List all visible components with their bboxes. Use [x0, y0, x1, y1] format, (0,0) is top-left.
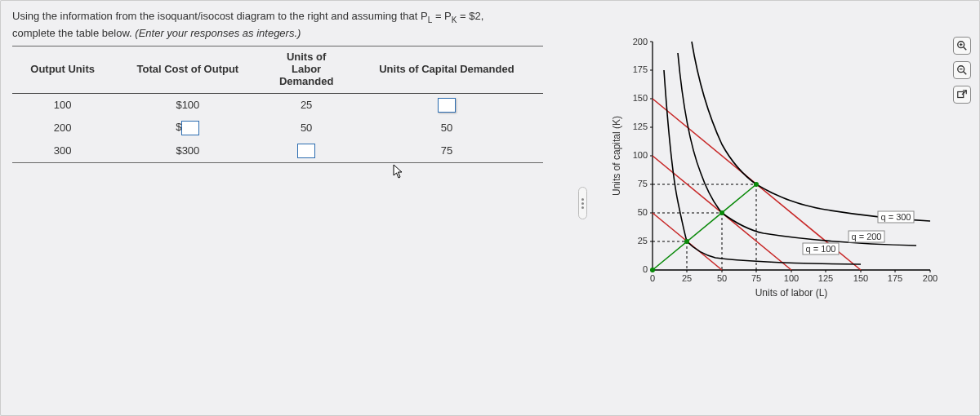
- question-card: Using the information from the isoquant/…: [0, 0, 980, 416]
- col-output: Output Units: [12, 46, 113, 93]
- col-labor-l3: Demanded: [279, 75, 333, 87]
- col-capital: Units of Capital Demanded: [350, 46, 543, 93]
- ytick: 175: [633, 64, 648, 74]
- xtick: 100: [784, 273, 799, 283]
- ytick: 100: [633, 150, 648, 160]
- label-q100: q = 100: [805, 244, 835, 254]
- tangency-point-300: [754, 182, 759, 187]
- labor-input-row3[interactable]: [297, 144, 315, 158]
- xtick: 0: [650, 273, 655, 283]
- cell-output: 200: [12, 117, 113, 139]
- zoom-in-button[interactable]: [953, 37, 971, 55]
- ytick: 25: [638, 236, 648, 246]
- cell-output: 100: [12, 93, 113, 117]
- prompt-line1a: Using the information from the isoquant/…: [12, 10, 428, 22]
- svg-line-37: [962, 91, 966, 95]
- zoom-out-button[interactable]: [953, 61, 971, 79]
- cost-input-row2[interactable]: [181, 121, 199, 135]
- ytick: 75: [638, 179, 648, 188]
- ytick: 125: [633, 122, 648, 131]
- cell-cost: $300: [113, 139, 262, 163]
- prompt-line1c: = $2,: [457, 10, 483, 22]
- table-row: 100 $100 25: [12, 93, 543, 117]
- popout-button[interactable]: [953, 86, 971, 104]
- col-labor: Units of Labor Demanded: [262, 46, 350, 93]
- capital-input-row1[interactable]: [438, 98, 456, 113]
- expansion-path: [653, 184, 756, 270]
- dollar-prefix: $: [176, 121, 181, 133]
- xtick: 50: [717, 273, 727, 283]
- tangency-point-100: [684, 239, 689, 244]
- chart-toolbar: [953, 37, 971, 104]
- y-axis-title: Units of capital (K): [611, 116, 622, 196]
- cell-output: 300: [12, 139, 113, 163]
- cell-cost: $: [113, 117, 262, 139]
- xtick: 200: [923, 273, 938, 283]
- cell-capital: 75: [350, 139, 543, 163]
- table-row: 200 $ 50 50: [12, 117, 543, 139]
- svg-line-34: [964, 72, 967, 75]
- tangency-point-200: [719, 210, 724, 215]
- prompt-line2a: complete the table below.: [12, 27, 135, 39]
- origin-point: [650, 268, 655, 272]
- panel-divider[interactable]: [574, 48, 590, 358]
- ytick: 200: [633, 37, 648, 46]
- cell-labor: 50: [262, 117, 350, 139]
- cell-cost: $100: [113, 93, 262, 117]
- xtick: 25: [682, 273, 692, 283]
- isoquant-chart: 0 25 50 75 100 125 150 175 200: [605, 35, 956, 304]
- prompt-line1b: = P: [432, 10, 452, 22]
- ytick: 0: [643, 264, 648, 274]
- cell-capital: 50: [350, 117, 543, 139]
- col-labor-l1: Units of: [287, 51, 326, 63]
- xtick: 125: [818, 273, 833, 283]
- zoom-out-icon: [956, 64, 968, 76]
- prompt-line2em: (Enter your responses as integers.): [135, 27, 301, 39]
- x-axis-title: Units of labor (L): [755, 287, 828, 299]
- label-q300: q = 300: [880, 212, 911, 222]
- cell-labor: [262, 139, 350, 163]
- isoquant-100: [664, 70, 861, 264]
- popout-icon: [956, 89, 968, 100]
- cell-capital: [350, 93, 543, 117]
- ytick: 50: [638, 207, 648, 217]
- svg-line-30: [964, 47, 967, 51]
- xtick: 150: [853, 273, 868, 283]
- table-row: 300 $300 75: [12, 139, 543, 163]
- cell-labor: 25: [262, 93, 350, 117]
- answer-table: Output Units Total Cost of Output Units …: [12, 46, 543, 163]
- cursor-icon: [393, 164, 406, 182]
- col-labor-l2: Labor: [292, 63, 321, 75]
- label-q200: q = 200: [851, 232, 881, 241]
- isoquant-300: [692, 42, 930, 221]
- xtick: 175: [888, 273, 902, 283]
- zoom-in-icon: [956, 40, 968, 51]
- ytick: 150: [633, 93, 648, 103]
- table-header-row: Output Units Total Cost of Output Units …: [12, 46, 543, 93]
- xtick: 75: [751, 273, 761, 283]
- col-cost: Total Cost of Output: [113, 46, 262, 93]
- drag-handle-icon: [578, 187, 587, 219]
